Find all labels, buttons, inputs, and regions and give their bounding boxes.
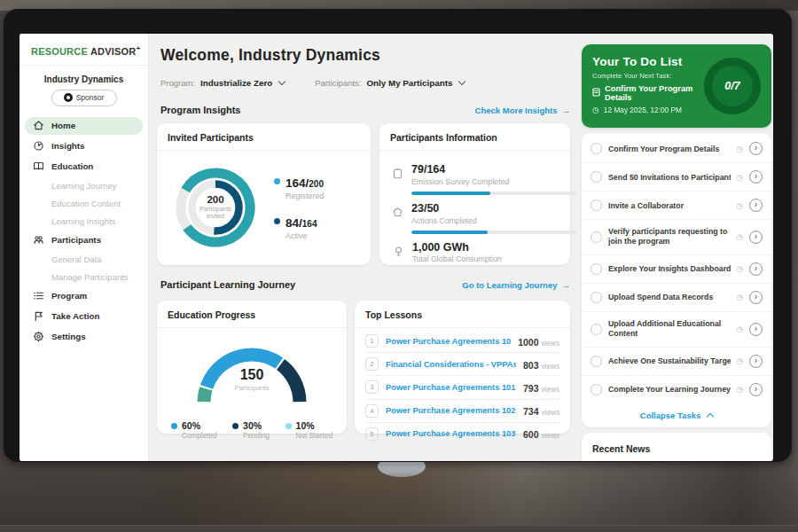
lesson-link[interactable]: Financial Considerations - VPPAs [386, 360, 516, 369]
task-checkbox[interactable] [591, 292, 602, 303]
go-to-learning-journey-link[interactable]: Go to Learning Journey → [462, 280, 570, 290]
program-dropdown[interactable]: Program: Industrialize Zero [160, 78, 285, 88]
task-checkbox[interactable] [591, 384, 602, 395]
sidebar-item-take-action[interactable]: Take Action [25, 308, 143, 325]
task-open-button[interactable]: › [749, 262, 763, 276]
sponsor-badge[interactable]: Sponsor [51, 90, 117, 106]
participants-dropdown[interactable]: Participants: Only My Participants [315, 78, 465, 88]
task-checkbox[interactable] [591, 171, 602, 183]
task-open-button[interactable]: › [749, 291, 763, 304]
task-checkbox[interactable] [591, 200, 602, 211]
learning-journey-row: Participant Learning Journey Go to Learn… [160, 279, 570, 290]
insights-icon [32, 140, 44, 153]
legend-completed: 60% Completed [171, 420, 217, 440]
task-row[interactable]: Upload Additional Educational Content ◷ … [582, 312, 771, 348]
sidebar-menu: Home Insights Education Learning Journey… [20, 115, 148, 348]
task-checkbox[interactable] [591, 231, 602, 243]
task-open-button[interactable]: › [749, 142, 763, 155]
task-row[interactable]: Complete Your Learning Journey ◷ › [582, 376, 771, 403]
lesson-row[interactable]: 3 Power Purchase Agreements 101 793views [365, 376, 559, 399]
sidebar-item-settings[interactable]: Settings [25, 328, 143, 346]
lesson-link[interactable]: Power Purchase Agreements 101 [386, 383, 516, 392]
clock-icon: ◷ [737, 232, 743, 241]
donut-legend: 164/200 Registered 84/164 Active [274, 175, 325, 240]
rank-badge: 1 [365, 334, 379, 348]
task-row[interactable]: Achieve One Sustainability Target ◷ › [582, 348, 771, 376]
clock-icon: ◷ [737, 201, 743, 210]
arrow-right-icon: → [562, 106, 571, 115]
card-title: Participants Information [379, 123, 570, 151]
task-row[interactable]: Verify participants requesting to join t… [582, 220, 771, 255]
todo-progress-ring: 0/7 [704, 58, 761, 114]
task-row[interactable]: Confirm Your Program Details ◷ › [582, 135, 771, 163]
collapse-tasks-link[interactable]: Collapse Tasks [582, 403, 771, 422]
lesson-link[interactable]: Power Purchase Agreements 101 [386, 337, 511, 346]
lesson-row[interactable]: 1 Power Purchase Agreements 101 1000view… [365, 330, 559, 353]
sidebar: RESOURCEADVISOR+ Industry Dynamics Spons… [20, 34, 149, 461]
task-row[interactable]: Send 50 Invitations to Participants ◷ › [582, 163, 771, 192]
monitor-bezel: RESOURCEADVISOR+ Industry Dynamics Spons… [4, 9, 792, 462]
actions-icon [392, 203, 403, 236]
document-icon [592, 88, 600, 98]
chevron-down-icon [278, 78, 286, 85]
clock-icon: ◷ [737, 145, 743, 153]
task-row[interactable]: Invite a Collaborator ◷ › [582, 192, 771, 220]
lesson-link[interactable]: Power Purchase Agreements 102 [386, 406, 516, 415]
todo-panel: Your To Do List Complete Your Next Task:… [580, 34, 773, 461]
sidebar-item-program[interactable]: Program [25, 287, 143, 305]
sidebar-item-insights[interactable]: Insights [25, 137, 143, 155]
todo-progress-value: 0/7 [716, 69, 749, 103]
donut-center-label: Participants Invited [192, 206, 239, 221]
gauge-center-value: 150 [185, 367, 318, 383]
program-icon [32, 290, 44, 302]
legend-dot [171, 423, 177, 429]
logo-plus: + [136, 44, 140, 52]
todo-summary-card: Your To Do List Complete Your Next Task:… [582, 44, 771, 128]
lesson-row[interactable]: 2 Financial Considerations - VPPAs 803vi… [365, 353, 559, 376]
education-progress-card: Education Progress 150 Participants 60% [157, 301, 347, 434]
stat-actions-completed: 23/50 Actions Completed [392, 203, 558, 236]
sidebar-item-education[interactable]: Education [25, 158, 143, 176]
scene: RESOURCEADVISOR+ Industry Dynamics Spons… [0, 0, 798, 532]
lesson-link[interactable]: Power Purchase Agreements 103 [386, 429, 516, 438]
sidebar-item-general-data[interactable]: General Data [25, 252, 143, 267]
card-title: Education Progress [157, 301, 347, 328]
screen: RESOURCEADVISOR+ Industry Dynamics Spons… [20, 34, 773, 461]
sidebar-item-participants[interactable]: Participants [25, 231, 143, 249]
logo-secondary: ADVISOR [90, 46, 137, 57]
sidebar-item-manage-participants[interactable]: Manage Participants [25, 270, 143, 285]
legend-registered: 164/200 Registered [274, 175, 325, 200]
clock-icon: ◷ [737, 173, 743, 182]
participants-information-card: Participants Information 79/164 Emission… [379, 123, 570, 265]
task-checkbox[interactable] [591, 324, 602, 335]
task-row[interactable]: Explore Your Insights Dashboard ◷ › [582, 255, 771, 284]
task-checkbox[interactable] [591, 356, 602, 367]
invited-donut-chart: 200 Participants Invited [166, 158, 265, 257]
task-checkbox[interactable] [591, 263, 602, 275]
lesson-row[interactable]: 5 Power Purchase Agreements 103 600views [365, 423, 559, 445]
invited-participants-card: Invited Participants 200 Participants In… [157, 123, 371, 265]
sidebar-item-education-content[interactable]: Education Content [25, 196, 143, 211]
card-title: Invited Participants [157, 123, 371, 151]
clock-icon: ◷ [737, 356, 743, 365]
task-open-button[interactable]: › [749, 323, 763, 336]
main-content: Welcome, Industry Dynamics Program: Indu… [149, 34, 580, 461]
sidebar-item-learning-insights[interactable]: Learning Insights [25, 214, 143, 229]
task-row[interactable]: Upload Spend Data Records ◷ › [582, 284, 771, 312]
task-checkbox[interactable] [591, 143, 602, 154]
task-open-button[interactable]: › [749, 170, 763, 184]
arrow-right-icon: → [562, 280, 571, 290]
check-more-insights-link[interactable]: Check More Insights → [475, 106, 570, 115]
task-open-button[interactable]: › [749, 383, 763, 396]
todo-next-task: Confirm Your Program Details [605, 84, 704, 102]
sidebar-item-home[interactable]: Home [25, 117, 143, 135]
task-open-button[interactable]: › [749, 231, 763, 244]
clock-icon: ◷ [592, 106, 599, 114]
task-open-button[interactable]: › [749, 199, 763, 212]
recent-news-card: Recent News [582, 433, 771, 461]
clock-icon: ◷ [737, 264, 743, 273]
lesson-row[interactable]: 4 Power Purchase Agreements 102 734views [365, 400, 559, 423]
task-open-button[interactable]: › [749, 355, 763, 368]
org-name: Industry Dynamics [20, 74, 148, 84]
sidebar-item-learning-journey[interactable]: Learning Journey [25, 178, 143, 193]
